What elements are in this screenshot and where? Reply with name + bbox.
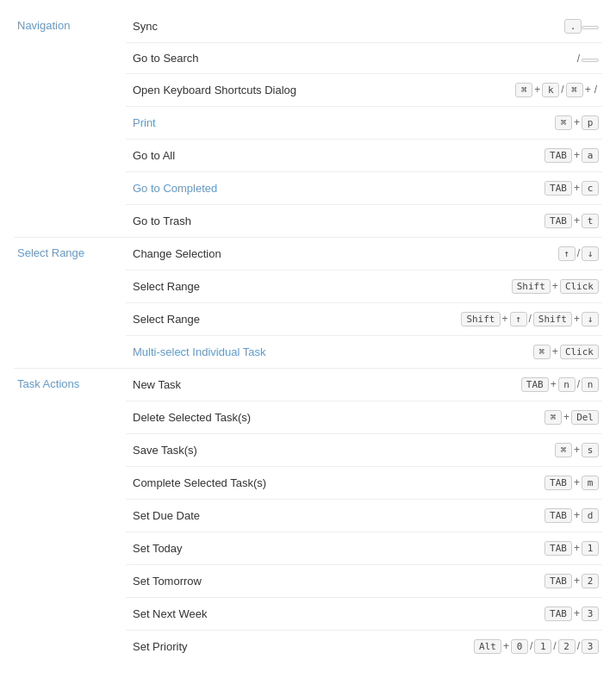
action-label: Select Range	[126, 271, 386, 303]
key-badge: Alt	[474, 639, 501, 654]
plus-separator: +	[574, 575, 580, 587]
action-label: Set Due Date	[126, 500, 386, 532]
key-badge: n	[558, 377, 576, 392]
key-badge: ⌘	[515, 83, 532, 97]
key-badge: Shift	[461, 312, 500, 327]
key-badge: ⌘	[555, 443, 572, 457]
keys-cell: Shift + Click	[386, 271, 602, 303]
keys-cell: ⌘ + Del	[386, 401, 602, 434]
action-label: Set Today	[126, 532, 386, 565]
key-badge: 3	[582, 606, 599, 621]
action-label: Sync	[126, 10, 386, 43]
slash-separator: /	[594, 84, 597, 96]
slash-separator: /	[561, 84, 563, 96]
slash-separator: /	[577, 247, 580, 259]
plus-separator: +	[502, 313, 508, 325]
key-badge: ⌘	[566, 83, 583, 97]
keys-cell: ⌘ + s	[386, 434, 602, 467]
key-badge: Shift	[533, 312, 572, 327]
action-label: Set Next Week	[126, 598, 386, 631]
key-badge: ⌘	[533, 345, 551, 359]
key-badge: TAB	[544, 214, 572, 228]
keys-cell: TAB + 1	[386, 532, 602, 565]
key-badge: Click	[560, 345, 599, 359]
category-label: Select Range	[14, 238, 126, 369]
key-badge: k	[542, 83, 559, 97]
plus-separator: +	[574, 509, 580, 521]
action-label: Complete Selected Task(s)	[126, 467, 386, 500]
key-badge: 1	[582, 541, 599, 556]
key-badge: s	[582, 443, 599, 457]
keys-cell: TAB + a	[386, 140, 602, 172]
plus-separator: +	[563, 411, 569, 423]
plus-separator: +	[534, 84, 540, 96]
key-badge: TAB	[544, 574, 572, 588]
plus-separator: +	[574, 313, 580, 325]
plus-separator: +	[574, 542, 580, 554]
shortcut-row: Navigation Sync .	[14, 10, 602, 43]
key-badge: 0	[511, 639, 528, 654]
category-label: Task Actions	[14, 369, 126, 663]
key-badge: d	[582, 508, 599, 523]
key-badge: ↑	[558, 246, 576, 261]
keys-cell: Alt + 0 / 1 / 2 / 3	[386, 631, 602, 663]
key-badge: Click	[560, 279, 599, 294]
key-badge: TAB	[544, 541, 572, 556]
plus-separator: +	[552, 280, 558, 292]
key-badge: TAB	[544, 508, 572, 523]
key-badge: .	[564, 19, 582, 34]
key-badge: m	[582, 476, 599, 490]
keys-cell: ⌘ + k / ⌘ + /	[386, 74, 602, 107]
action-label: Select Range	[126, 303, 386, 336]
slash-separator: /	[577, 640, 580, 652]
key-badge: 2	[558, 639, 576, 654]
action-label: Print	[126, 107, 386, 140]
key-badge: ↓	[582, 312, 599, 327]
keys-cell: Shift + ↑ / Shift + ↓	[386, 303, 602, 336]
key-badge: Shift	[512, 279, 551, 294]
key-badge: TAB	[544, 181, 572, 196]
keys-cell: ⌘ + Click	[386, 336, 602, 369]
action-label: Save Task(s)	[126, 434, 386, 467]
key-badge: 2	[582, 574, 599, 588]
action-label: New Task	[126, 369, 386, 401]
plus-separator: +	[574, 607, 580, 619]
key-badge: a	[582, 148, 599, 163]
key-badge: n	[582, 377, 599, 392]
category-label: Navigation	[14, 10, 126, 238]
action-label: Set Priority	[126, 631, 386, 663]
key-badge: ↑	[510, 312, 527, 327]
key-badge: ⌘	[555, 115, 572, 130]
action-label: Set Tomorrow	[126, 565, 386, 598]
key-badge: ⌘	[544, 410, 562, 425]
keys-cell: ↑ / ↓	[386, 238, 602, 271]
plus-separator: +	[574, 215, 580, 227]
action-label: Go to Trash	[126, 205, 386, 238]
plus-separator: +	[574, 116, 580, 128]
keys-cell: TAB + 3	[386, 598, 602, 631]
plus-separator: +	[574, 182, 580, 194]
key-badge: Del	[571, 410, 599, 425]
key-badge: t	[582, 214, 599, 228]
key-badge: TAB	[544, 606, 572, 621]
plus-separator: +	[503, 640, 509, 652]
plus-separator: +	[552, 345, 558, 358]
action-label: Go to Completed	[126, 172, 386, 205]
keys-cell: TAB + t	[386, 205, 602, 238]
keys-cell: TAB + d	[386, 500, 602, 532]
action-label: Open Keyboard Shortcuts Dialog	[126, 74, 386, 107]
keys-cell: /	[386, 43, 602, 74]
plus-separator: +	[585, 84, 591, 96]
slash-separator: /	[577, 378, 580, 390]
shortcuts-table: Navigation Sync . Go to Search / Open Ke…	[14, 10, 602, 662]
keys-cell: TAB + c	[386, 172, 602, 205]
slash-separator: /	[530, 640, 532, 652]
key-badge: 1	[534, 639, 551, 654]
key-badge	[582, 59, 599, 62]
key-badge: ↓	[582, 246, 599, 261]
key-badge: TAB	[521, 377, 549, 392]
action-label: Go to Search	[126, 43, 386, 74]
action-label: Go to All	[126, 140, 386, 172]
key-badge: p	[582, 115, 599, 130]
keys-cell: .	[386, 10, 602, 43]
